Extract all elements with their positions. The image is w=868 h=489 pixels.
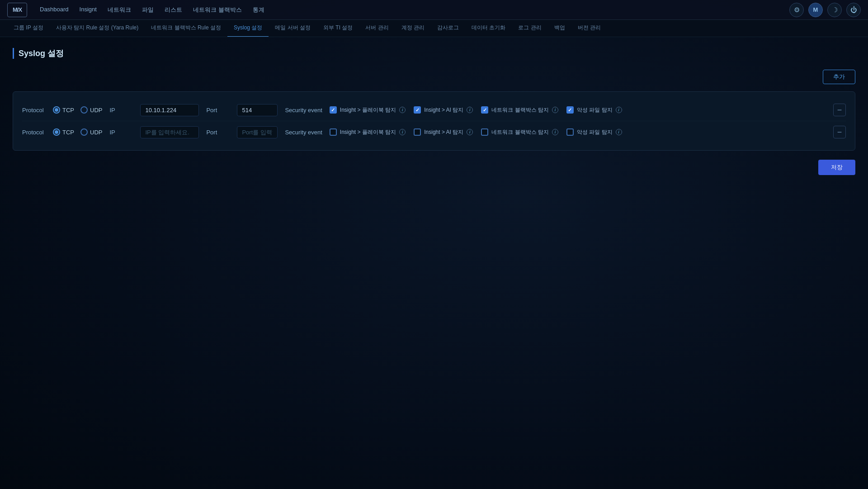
subnav-user-rule[interactable]: 사용자 탐지 Rule 설정 (Yara Rule) bbox=[50, 20, 145, 37]
info-icon-ai-2[interactable]: i bbox=[467, 129, 473, 135]
checkmark-malfile-1: ✓ bbox=[568, 108, 572, 113]
protocol-label-2: Protocol bbox=[22, 129, 46, 136]
add-button-row: 추가 bbox=[13, 70, 855, 84]
port-input-1[interactable] bbox=[237, 104, 278, 116]
checkbox-box-malfile-1: ✓ bbox=[566, 106, 574, 114]
remove-button-1[interactable]: − bbox=[833, 104, 846, 116]
add-button[interactable]: 추가 bbox=[823, 70, 855, 84]
syslog-card: Protocol TCP UDP IP Port Sec bbox=[13, 91, 855, 151]
tcp-label-2: TCP bbox=[62, 129, 74, 136]
checkbox-text-playbook-2: Insight > 플레이북 탐지 bbox=[340, 128, 396, 136]
port-label-1: Port bbox=[206, 107, 230, 114]
info-icon-malfile-1[interactable]: i bbox=[616, 107, 622, 113]
top-nav: M/X Dashboard Insignt 네트워크 파일 리스트 네트워크 블… bbox=[0, 0, 868, 20]
theme-button[interactable]: ☽ bbox=[827, 3, 842, 17]
subnav-server-mgmt[interactable]: 서버 관리 bbox=[359, 20, 395, 37]
checkmark-nbb-1: ✓ bbox=[483, 108, 487, 113]
checkbox-text-ai-1: Insight > AI 탐지 bbox=[424, 106, 463, 114]
ip-input-1[interactable] bbox=[140, 104, 199, 116]
checkbox-group-2: Insight > 플레이북 탐지 i Insight > AI 탐지 i 네트… bbox=[330, 128, 622, 136]
tcp-circle-2 bbox=[53, 128, 60, 136]
protocol-label-1: Protocol bbox=[22, 107, 46, 114]
nav-dashboard[interactable]: Dashboard bbox=[40, 6, 69, 14]
checkbox-text-malfile-2: 악성 파일 탐지 bbox=[577, 128, 613, 136]
subnav-backup[interactable]: 백업 bbox=[548, 20, 571, 37]
checkbox-box-playbook-2 bbox=[330, 128, 337, 136]
subnav-external-ti[interactable]: 외부 TI 설정 bbox=[317, 20, 359, 37]
nav-icons: ⚙ M ☽ ⏻ bbox=[789, 3, 861, 17]
checkbox-box-nbb-2 bbox=[481, 128, 488, 136]
subnav-log-mgmt[interactable]: 로그 관리 bbox=[512, 20, 547, 37]
port-label-2: Port bbox=[206, 129, 230, 136]
checkbox-box-playbook-1: ✓ bbox=[330, 106, 337, 114]
security-event-label-1: Security event bbox=[285, 107, 322, 114]
udp-circle-1 bbox=[80, 106, 88, 114]
subnav-group-ip[interactable]: 그룹 IP 설정 bbox=[7, 20, 50, 37]
nav-network[interactable]: 네트워크 bbox=[108, 6, 131, 14]
nav-stats[interactable]: 통계 bbox=[253, 6, 264, 14]
udp-circle-2 bbox=[80, 128, 88, 136]
tcp-dot-1 bbox=[55, 108, 58, 112]
checkmark-playbook-1: ✓ bbox=[331, 108, 335, 113]
checkbox-playbook-1[interactable]: ✓ Insight > 플레이북 탐지 i bbox=[330, 106, 406, 114]
subnav-data-init[interactable]: 데이터 초기화 bbox=[465, 20, 512, 37]
ip-label-2: IP bbox=[109, 129, 133, 136]
tcp-dot-2 bbox=[55, 130, 58, 134]
checkbox-malfile-1[interactable]: ✓ 악성 파일 탐지 i bbox=[566, 106, 622, 114]
checkmark-ai-1: ✓ bbox=[415, 108, 420, 113]
tcp-radio-2[interactable]: TCP bbox=[53, 128, 74, 136]
checkbox-malfile-2[interactable]: 악성 파일 탐지 i bbox=[566, 128, 622, 136]
ip-label-1: IP bbox=[109, 107, 133, 114]
save-button[interactable]: 저장 bbox=[818, 160, 855, 175]
checkbox-nbb-2[interactable]: 네트워크 블랙박스 탐지 i bbox=[481, 128, 558, 136]
info-icon-nbb-1[interactable]: i bbox=[552, 107, 558, 113]
checkbox-nbb-1[interactable]: ✓ 네트워크 블랙박스 탐지 i bbox=[481, 106, 558, 114]
protocol-group-2: TCP UDP bbox=[53, 128, 102, 136]
info-icon-malfile-2[interactable]: i bbox=[616, 129, 622, 135]
tcp-label-1: TCP bbox=[62, 107, 74, 114]
security-event-label-2: Security event bbox=[285, 129, 322, 136]
checkbox-box-malfile-2 bbox=[566, 128, 574, 136]
subnav-version-mgmt[interactable]: 버전 관리 bbox=[571, 20, 607, 37]
nav-file[interactable]: 파일 bbox=[142, 6, 154, 14]
syslog-row-1: Protocol TCP UDP IP Port Sec bbox=[22, 99, 846, 121]
tcp-radio-1[interactable]: TCP bbox=[53, 106, 74, 114]
nav-list[interactable]: 리스트 bbox=[165, 6, 182, 14]
subnav-mail-server[interactable]: 메일 서버 설정 bbox=[269, 20, 317, 37]
udp-radio-2[interactable]: UDP bbox=[80, 128, 102, 136]
nav-network-blackbox[interactable]: 네트워크 블랙박스 bbox=[193, 6, 242, 14]
info-icon-playbook-2[interactable]: i bbox=[399, 129, 406, 135]
nav-links: Dashboard Insignt 네트워크 파일 리스트 네트워크 블랙박스 … bbox=[40, 6, 777, 14]
page-title: Syslog 설정 bbox=[13, 48, 855, 59]
checkbox-text-playbook-1: Insight > 플레이북 탐지 bbox=[340, 106, 396, 114]
checkbox-text-malfile-1: 악성 파일 탐지 bbox=[577, 106, 613, 114]
checkbox-box-ai-1: ✓ bbox=[414, 106, 421, 114]
power-button[interactable]: ⏻ bbox=[846, 3, 861, 17]
checkbox-text-ai-2: Insight > AI 탐지 bbox=[424, 128, 463, 136]
nav-insight[interactable]: Insignt bbox=[80, 6, 97, 14]
subnav-audit-log[interactable]: 감사로그 bbox=[431, 20, 465, 37]
udp-radio-1[interactable]: UDP bbox=[80, 106, 102, 114]
subnav-network-blackbox-rule[interactable]: 네트워크 블랙박스 Rule 설정 bbox=[145, 20, 227, 37]
checkbox-ai-2[interactable]: Insight > AI 탐지 i bbox=[414, 128, 473, 136]
checkbox-ai-1[interactable]: ✓ Insight > AI 탐지 i bbox=[414, 106, 473, 114]
subnav-account-mgmt[interactable]: 계정 관리 bbox=[395, 20, 431, 37]
udp-label-1: UDP bbox=[90, 107, 102, 114]
user-button[interactable]: M bbox=[808, 3, 823, 17]
checkbox-box-ai-2 bbox=[414, 128, 421, 136]
info-icon-playbook-1[interactable]: i bbox=[399, 107, 406, 113]
info-icon-nbb-2[interactable]: i bbox=[552, 129, 558, 135]
checkbox-text-nbb-2: 네트워크 블랙박스 탐지 bbox=[491, 128, 549, 136]
checkbox-playbook-2[interactable]: Insight > 플레이북 탐지 i bbox=[330, 128, 406, 136]
info-icon-ai-1[interactable]: i bbox=[467, 107, 473, 113]
udp-label-2: UDP bbox=[90, 129, 102, 136]
tcp-circle-1 bbox=[53, 106, 60, 114]
ip-input-2[interactable] bbox=[140, 126, 199, 138]
port-input-2[interactable] bbox=[237, 126, 278, 138]
subnav-syslog[interactable]: Syslog 설정 bbox=[227, 20, 269, 37]
remove-button-2[interactable]: − bbox=[833, 126, 846, 138]
save-button-row: 저장 bbox=[13, 160, 855, 175]
syslog-row-2: Protocol TCP UDP IP Port Sec bbox=[22, 121, 846, 143]
settings-button[interactable]: ⚙ bbox=[789, 3, 804, 17]
checkbox-text-nbb-1: 네트워크 블랙박스 탐지 bbox=[491, 106, 549, 114]
